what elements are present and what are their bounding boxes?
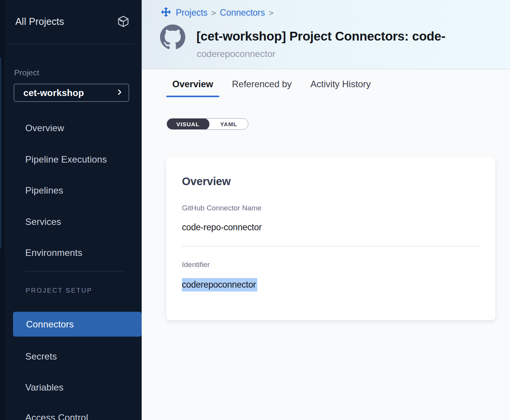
harness-projects-diamond-icon [160, 6, 172, 20]
project-selector-name: cet-workshop [23, 88, 84, 98]
sidebar-item-pipelines[interactable]: Pipelines [25, 185, 63, 196]
project-setup-section-header: PROJECT SETUP [26, 287, 92, 295]
breadcrumb-link-connectors[interactable]: Connectors [220, 8, 265, 18]
field-label-identifier: Identifier [182, 260, 480, 269]
tab-activity-history[interactable]: Activity History [304, 79, 377, 97]
breadcrumb-separator: > [269, 8, 273, 18]
main-content: Projects > Connectors > [cet-workshop] P… [142, 0, 510, 420]
module-rail-accent [0, 57, 1, 249]
project-sidebar: All Projects Project cet-workshop Overvi… [0, 0, 142, 420]
tab-referenced-by[interactable]: Referenced by [226, 79, 298, 97]
sidebar-divider [25, 271, 123, 272]
tab-overview[interactable]: Overview [166, 79, 219, 97]
card-title: Overview [182, 175, 480, 188]
field-value-identifier: coderepoconnector [182, 278, 257, 291]
sidebar-item-environments[interactable]: Environments [25, 247, 82, 258]
github-icon [160, 24, 185, 50]
sidebar-item-access-control[interactable]: Access Control [25, 412, 88, 420]
chevron-right-icon [116, 88, 123, 98]
page-subtitle: coderepoconnector [197, 49, 275, 59]
toggle-option-yaml[interactable]: YAML [209, 118, 248, 130]
project-label: Project [14, 68, 39, 77]
all-projects-label[interactable]: All Projects [15, 16, 64, 27]
sidebar-item-pipeline-executions[interactable]: Pipeline Executions [25, 154, 107, 165]
visual-yaml-toggle: VISUAL YAML [167, 118, 248, 130]
connector-tabs: Overview Referenced by Activity History [166, 79, 377, 97]
overview-card: Overview GitHub Connector Name code-repo… [166, 157, 495, 320]
project-selector[interactable]: cet-workshop [14, 84, 129, 102]
sidebar-item-overview[interactable]: Overview [25, 123, 64, 133]
page-title: [cet-workshop] Project Connectors: code- [196, 29, 510, 44]
toggle-option-visual[interactable]: VISUAL [167, 118, 209, 130]
app-root: All Projects Project cet-workshop Overvi… [0, 0, 510, 420]
sidebar-divider [7, 44, 135, 44]
card-divider [182, 246, 480, 246]
sidebar-item-variables[interactable]: Variables [25, 382, 64, 393]
breadcrumb-link-projects[interactable]: Projects [176, 8, 208, 18]
sidebar-item-connectors[interactable]: Connectors [13, 312, 142, 337]
projects-cube-icon[interactable] [116, 15, 130, 28]
sidebar-item-services[interactable]: Services [25, 217, 61, 227]
sidebar-item-label: Connectors [26, 319, 74, 330]
breadcrumb: Projects > Connectors > [160, 6, 273, 19]
breadcrumb-separator: > [211, 8, 216, 18]
sidebar-item-secrets[interactable]: Secrets [25, 351, 57, 362]
field-value-connector-name: code-repo-connector [182, 222, 480, 233]
field-label-connector-name: GitHub Connector Name [182, 204, 480, 212]
